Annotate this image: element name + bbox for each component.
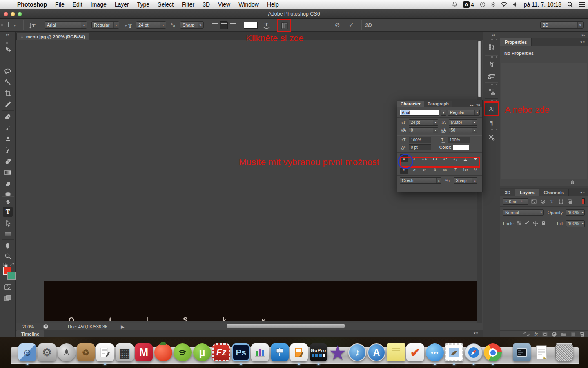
menu-image[interactable]: Image xyxy=(87,1,111,8)
gradient-tool[interactable] xyxy=(3,167,13,177)
warp-text-button[interactable]: T xyxy=(262,21,271,31)
eyedropper-tool[interactable] xyxy=(3,99,13,109)
dock-chrome-icon[interactable] xyxy=(484,343,502,361)
notification-bell-icon[interactable] xyxy=(452,2,457,7)
zoom-level-field[interactable]: 200% xyxy=(22,324,34,329)
dock-trash-icon[interactable] xyxy=(555,343,573,361)
dock-clear-icon[interactable]: ✔ xyxy=(406,343,424,361)
brush-presets-panel-icon[interactable] xyxy=(485,70,498,83)
timeline-tab[interactable]: Timeline xyxy=(16,330,44,337)
dock-itunes-icon[interactable]: ♪ xyxy=(348,343,366,361)
3d-text-button[interactable]: 3D xyxy=(365,22,372,28)
menu-window[interactable]: Window xyxy=(234,1,263,8)
dock-imovie-icon[interactable]: ★ xyxy=(329,343,347,361)
character-tab[interactable]: Character xyxy=(397,101,424,107)
link-layers-icon[interactable] xyxy=(523,332,530,336)
character-size-select[interactable]: 24 pt▼ xyxy=(409,119,438,126)
pen-tool[interactable] xyxy=(3,197,13,207)
path-selection-tool[interactable] xyxy=(3,218,13,228)
move-tool[interactable] xyxy=(3,44,13,54)
zoom-window-button[interactable] xyxy=(18,12,22,16)
dock-pomodoro-icon[interactable] xyxy=(154,343,172,361)
filter-pixel-layers-icon[interactable] xyxy=(530,198,537,204)
opacity-field[interactable]: 100%▼ xyxy=(566,209,585,216)
document-tab[interactable]: × menu.jpg @ 200% (RGB/8#) xyxy=(16,33,89,40)
filter-kind-select[interactable]: ⌕ Kind⇅ xyxy=(503,198,528,205)
zoom-tool[interactable] xyxy=(3,251,13,261)
hand-tool[interactable] xyxy=(3,240,13,250)
blend-mode-select[interactable]: Normal⇅ xyxy=(503,209,544,216)
filter-shape-layers-icon[interactable] xyxy=(557,198,564,204)
commit-edits-button[interactable]: ✓ xyxy=(349,21,354,29)
dock-finder-icon[interactable]: ☺ xyxy=(18,343,36,361)
menu-view[interactable]: View xyxy=(214,1,234,8)
tool-preset-caret-icon[interactable]: ▾ xyxy=(14,24,16,27)
baseline-shift-field[interactable]: 0 pt xyxy=(409,144,431,150)
rectangle-shape-tool[interactable] xyxy=(3,229,13,239)
new-layer-icon[interactable] xyxy=(571,332,575,337)
dock-numbers-icon[interactable] xyxy=(251,343,269,361)
font-family-dropdown-button[interactable]: ▼ xyxy=(441,110,446,116)
dock-spotify-icon[interactable] xyxy=(174,343,192,361)
smudge-tool[interactable] xyxy=(3,178,13,188)
fill-field[interactable]: 100%▼ xyxy=(566,220,585,227)
time-machine-icon[interactable] xyxy=(480,2,486,7)
spotlight-search-icon[interactable] xyxy=(567,2,573,7)
dock-terminal-folder-icon[interactable] xyxy=(513,343,531,361)
delete-layer-icon[interactable] xyxy=(580,332,584,337)
dock-keynote-icon[interactable] xyxy=(271,343,289,361)
font-family-select[interactable]: Arial▼ xyxy=(45,21,87,29)
notification-center-icon[interactable] xyxy=(579,2,585,7)
type-tool-option-icon[interactable]: T xyxy=(7,21,11,28)
adjustment-layer-icon[interactable] xyxy=(552,332,557,337)
dock-m-app-icon[interactable]: M xyxy=(135,343,153,361)
delete-icon[interactable] xyxy=(570,180,575,185)
menu-layer[interactable]: Layer xyxy=(111,1,133,8)
dock-appstore-icon[interactable]: A xyxy=(368,343,385,361)
close-window-button[interactable] xyxy=(4,12,8,16)
volume-icon[interactable] xyxy=(513,2,518,7)
screen-mode-button[interactable] xyxy=(3,293,13,303)
dock-documents-stack-icon[interactable] xyxy=(532,343,550,361)
paragraph-panel-icon[interactable]: ¶ xyxy=(485,117,498,129)
magic-wand-tool[interactable] xyxy=(3,77,13,87)
horizontal-scale-field[interactable]: 100% xyxy=(448,137,470,143)
vertical-scale-field[interactable]: 100% xyxy=(409,137,431,143)
menu-filter[interactable]: Filter xyxy=(178,1,198,8)
menu-3d[interactable]: 3D xyxy=(198,1,214,8)
anybar-a-icon[interactable]: A xyxy=(463,1,470,8)
options-bar-grip[interactable] xyxy=(1,22,3,30)
doc-size-readout[interactable]: Doc: 450,0K/536,3K xyxy=(68,324,108,329)
filter-adjustment-layers-icon[interactable] xyxy=(539,198,546,204)
status-menu-arrow-icon[interactable]: ▶ xyxy=(121,324,124,330)
tools-collapse-icon[interactable]: ▸▸ xyxy=(0,33,16,38)
lock-all-icon[interactable] xyxy=(540,221,546,227)
bluetooth-icon[interactable] xyxy=(491,2,495,7)
histogram-panel-icon[interactable] xyxy=(485,41,498,54)
filtering-on-toggle[interactable] xyxy=(582,198,585,204)
filter-smart-objects-icon[interactable] xyxy=(566,198,573,204)
clone-source-panel-icon[interactable] xyxy=(485,86,498,98)
history-brush-tool[interactable] xyxy=(3,145,13,155)
lock-pixels-icon[interactable] xyxy=(524,221,530,227)
clone-stamp-tool[interactable] xyxy=(3,134,13,144)
dock-utorrent-icon[interactable]: µ xyxy=(193,343,211,361)
language-select[interactable]: Czech⇅ xyxy=(400,177,441,184)
dock-appcleaner-icon[interactable]: ♻ xyxy=(77,343,95,361)
expand-dock-icon[interactable]: ▸▸ xyxy=(582,33,585,37)
channels-tab[interactable]: Channels xyxy=(539,189,569,196)
collapse-dock-icon[interactable]: ◂◂ xyxy=(492,33,495,37)
filter-type-layers-icon[interactable]: T xyxy=(548,198,555,204)
lock-position-icon[interactable] xyxy=(532,221,538,227)
character-color-swatch[interactable] xyxy=(453,145,469,150)
dock-filezilla-icon[interactable]: Fz xyxy=(212,343,230,361)
tools-grip[interactable] xyxy=(4,42,12,44)
dock-system-preferences-icon[interactable]: ⚙ xyxy=(38,343,56,361)
brush-tool[interactable] xyxy=(3,123,13,133)
timeline-menu-icon[interactable]: ▾≡ xyxy=(474,331,479,335)
align-right-button[interactable] xyxy=(229,21,237,29)
close-tab-icon[interactable]: × xyxy=(21,34,23,39)
lock-transparency-icon[interactable] xyxy=(516,221,522,226)
dock-launchpad-icon[interactable] xyxy=(58,343,76,361)
crop-tool[interactable] xyxy=(3,88,13,98)
